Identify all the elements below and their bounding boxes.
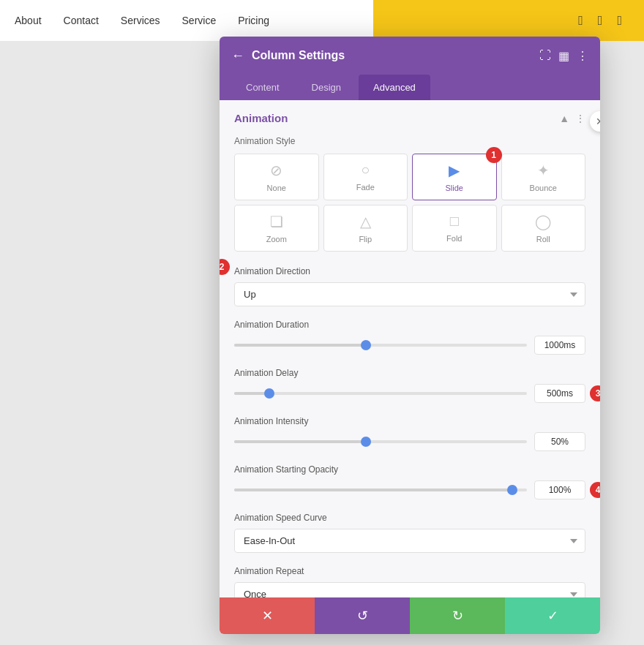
cancel-button[interactable]: ✕	[220, 597, 315, 634]
none-icon: ⊘	[270, 162, 282, 179]
style-fold[interactable]: □ Fold	[412, 205, 497, 252]
delay-value[interactable]: 500ms	[534, 384, 585, 403]
expand-icon[interactable]: ⛶	[539, 49, 551, 62]
duration-slider-thumb[interactable]	[361, 340, 371, 350]
nav-services[interactable]: Services	[121, 15, 160, 26]
modal-header-left: ← Column Settings	[231, 48, 345, 64]
modal-footer: ✕ ↺ ↻ ✓	[220, 597, 600, 634]
intensity-slider-track[interactable]	[234, 440, 527, 443]
style-fade[interactable]: ○ Fade	[323, 154, 408, 200]
zoom-icon: ❏	[270, 213, 283, 230]
duration-label: Animation Duration	[234, 320, 585, 330]
flip-icon: △	[360, 213, 371, 230]
delay-slider-thumb[interactable]	[264, 388, 274, 399]
intensity-slider-thumb[interactable]	[361, 437, 371, 447]
direction-select[interactable]: Up Down Left Right	[234, 282, 585, 306]
direction-label: Animation Direction	[234, 266, 585, 276]
style-zoom[interactable]: ❏ Zoom	[234, 205, 319, 252]
opacity-slider-thumb[interactable]	[507, 485, 517, 495]
slide-icon: ▶	[449, 162, 460, 179]
duration-slider-row: 1000ms	[234, 336, 585, 355]
delay-label: Animation Delay	[234, 368, 585, 378]
style-roll[interactable]: ◯ Roll	[501, 205, 586, 252]
style-bounce-label: Bounce	[530, 184, 557, 192]
column-settings-modal: ← Column Settings ⛶ ▦ ⋮ Content Design A…	[220, 37, 600, 634]
animation-delay-row: Animation Delay 500ms 3	[234, 368, 585, 403]
modal-header-icons: ⛶ ▦ ⋮	[539, 49, 588, 63]
animation-intensity-row: Animation Intensity 50%	[234, 416, 585, 451]
style-none-label: None	[267, 184, 286, 192]
nav-contact[interactable]: Contact	[64, 15, 99, 26]
opacity-slider-track[interactable]	[234, 489, 527, 491]
fold-icon: □	[450, 213, 459, 230]
navbar: About Contact Services Service Pricing …	[0, 0, 644, 41]
roll-icon: ◯	[535, 213, 551, 230]
style-fold-label: Fold	[446, 234, 462, 243]
speed-curve-label: Animation Speed Curve	[234, 513, 585, 523]
animation-speed-curve-row: Animation Speed Curve Ease-In-Out Linear…	[234, 513, 585, 553]
instagram-icon[interactable]: 	[617, 13, 622, 29]
back-arrow-icon[interactable]: ←	[231, 48, 244, 64]
animation-style-row: Animation Style ⊘ None ○ Fade ▶ Slide 1	[234, 136, 585, 252]
opacity-slider-fill	[234, 489, 512, 491]
style-fade-label: Fade	[356, 183, 375, 192]
intensity-label: Animation Intensity	[234, 416, 585, 426]
bounce-icon: ✦	[537, 162, 550, 179]
section-more-icon[interactable]: ⋮	[575, 113, 585, 124]
duration-slider-track[interactable]	[234, 344, 527, 347]
tab-content[interactable]: Content	[231, 75, 294, 100]
animation-section-title: Animation	[234, 112, 288, 124]
intensity-slider-row: 50%	[234, 432, 585, 451]
modal-header: ← Column Settings ⛶ ▦ ⋮	[220, 37, 600, 75]
animation-duration-row: Animation Duration 1000ms	[234, 320, 585, 355]
redo-button[interactable]: ↻	[410, 597, 505, 634]
animation-section-header: Animation ▲ ⋮	[234, 112, 585, 124]
nav-about[interactable]: About	[15, 15, 42, 26]
repeat-label: Animation Repeat	[234, 566, 585, 576]
style-slide-label: Slide	[446, 184, 463, 192]
animation-direction-row: 2 Animation Direction Up Down Left Right	[234, 266, 585, 306]
tab-advanced[interactable]: Advanced	[359, 75, 430, 100]
speed-curve-select[interactable]: Ease-In-Out Linear Ease-In Ease-Out	[234, 529, 585, 553]
animation-repeat-row: Animation Repeat Once Loop Infinite	[234, 566, 585, 597]
style-slide[interactable]: ▶ Slide 1	[412, 154, 497, 200]
style-zoom-label: Zoom	[266, 235, 287, 244]
style-bounce[interactable]: ✦ Bounce	[501, 154, 586, 200]
animation-opacity-row: Animation Starting Opacity 100% 4	[234, 464, 585, 499]
style-roll-label: Roll	[536, 235, 550, 244]
badge-1: 1	[486, 147, 502, 163]
fade-icon: ○	[361, 162, 370, 178]
style-none[interactable]: ⊘ None	[234, 154, 319, 200]
collapse-icon[interactable]: ▲	[559, 113, 569, 124]
modal-tabs: Content Design Advanced	[220, 75, 600, 100]
columns-icon[interactable]: ▦	[558, 49, 569, 63]
facebook-icon[interactable]: 	[578, 13, 583, 29]
nav-pricing[interactable]: Pricing	[238, 15, 269, 26]
modal-body: Animation ▲ ⋮ Animation Style ⊘ None ○ F…	[220, 100, 600, 597]
nav-service[interactable]: Service	[182, 15, 217, 26]
twitter-icon[interactable]: 	[598, 13, 603, 29]
delay-slider-row: 500ms	[234, 384, 585, 403]
delay-slider-track[interactable]	[234, 392, 527, 395]
duration-slider-fill	[234, 344, 366, 347]
animation-style-label: Animation Style	[234, 136, 585, 146]
opacity-label: Animation Starting Opacity	[234, 464, 585, 475]
style-flip[interactable]: △ Flip	[323, 205, 408, 252]
more-options-icon[interactable]: ⋮	[577, 49, 588, 63]
opacity-slider-row: 100%	[234, 480, 585, 499]
repeat-select[interactable]: Once Loop Infinite	[234, 582, 585, 597]
confirm-button[interactable]: ✓	[505, 597, 600, 634]
tab-design[interactable]: Design	[297, 75, 356, 100]
navbar-right:   	[373, 0, 644, 41]
section-controls: ▲ ⋮	[559, 113, 585, 124]
style-flip-label: Flip	[359, 235, 372, 244]
duration-value[interactable]: 1000ms	[534, 336, 585, 355]
reset-button[interactable]: ↺	[315, 597, 410, 634]
badge-3: 3	[590, 385, 600, 401]
modal-title: Column Settings	[252, 49, 345, 62]
opacity-value[interactable]: 100%	[534, 480, 585, 499]
intensity-value[interactable]: 50%	[534, 432, 585, 451]
intensity-slider-fill	[234, 440, 366, 443]
nav-links: About Contact Services Service Pricing	[15, 15, 269, 26]
badge-4: 4	[590, 482, 600, 498]
